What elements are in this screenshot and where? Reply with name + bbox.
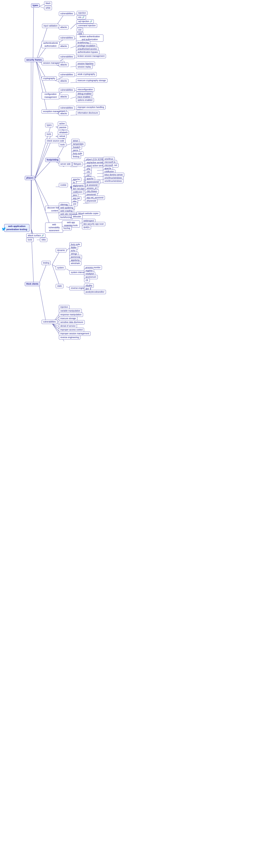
svg-line-116 — [39, 284, 46, 323]
auth-node: authentication&authorization — [42, 41, 60, 48]
thick-clients-node: thick clients — [25, 282, 40, 286]
exc-vuln-node: vulnerabilities — [59, 106, 75, 110]
svg-line-53 — [35, 179, 51, 227]
crypto-vuln-node: vulnerabilities — [59, 72, 75, 77]
phases-node: phases — [25, 176, 35, 180]
tc-variable-node: variable manipulation — [59, 309, 82, 313]
iv-attacks-node: attacks — [59, 25, 68, 29]
crypto-attacks-node: attacks — [59, 79, 68, 83]
static-node: static — [56, 284, 64, 288]
xss-node: xss 🔗 — [77, 15, 86, 19]
auth-bypass-node: authentication bypass — [76, 50, 99, 54]
cryptography-node: cryptography — [42, 76, 57, 81]
whatweb-node: whatweb — [58, 130, 69, 135]
svg-line-117 — [52, 251, 60, 265]
javabytecodeanditor-node: javabytecodeanditor — [84, 290, 106, 294]
types-node: types — [31, 3, 39, 7]
tc-insecure-node: insecure storage — [59, 316, 77, 320]
improper-exc-node: improper exception handling — [76, 105, 105, 110]
tc-dos-node: denial of service — [59, 324, 77, 328]
sm-attacks-node: attacks — [59, 63, 68, 67]
twitter-icon — [2, 227, 6, 231]
recon-types-node: types — [45, 123, 53, 127]
dh-xml-node: xml — [71, 202, 78, 206]
system-node: system — [56, 266, 65, 270]
aa-vuln-node: vulnerabilities — [59, 36, 75, 40]
cookie-phpsessid-node: phpsessid — [85, 199, 98, 203]
sql-injection-node: sql injection 🔗 — [77, 19, 94, 24]
broken-session-node: broken session management — [76, 54, 106, 58]
weak-crypto-node: weak cryptography — [76, 72, 97, 76]
nikto-node: nikto — [40, 238, 47, 242]
connection-lines — [0, 0, 264, 868]
tools-main-node: tools — [26, 238, 34, 242]
tc-rev-eng-node: reverse engineering — [59, 335, 80, 340]
xxe-node: xxe — [77, 28, 83, 32]
fuzzlog-node: fuzzlog — [62, 226, 72, 230]
svg-line-51 — [35, 161, 51, 179]
exc-attacks-node: attacks — [59, 112, 68, 116]
svg-line-13 — [36, 61, 47, 113]
info-disclosure-node: information disclosure — [76, 111, 99, 115]
attack-surface-node: attack surface 🔗 — [26, 234, 45, 238]
svg-line-0 — [31, 6, 34, 229]
input-validation-node: input validation — [42, 24, 59, 28]
options-enabled-node: options enabled — [76, 98, 94, 102]
injection-node: injection — [77, 11, 88, 15]
tc-vulnerabilities-node: vulnerabilities — [42, 320, 57, 324]
check-source-code-node: check source code — [45, 139, 66, 143]
tc-sensitive-node: sensitive data disclosure — [59, 320, 85, 324]
tc-improper-access-node: improper access control — [59, 328, 84, 332]
command-injection-node: command injection — [77, 24, 97, 28]
root-node: web application penetration testing — [4, 224, 29, 232]
netcat-node: netcat — [58, 134, 66, 138]
root-label: web application penetration testing — [6, 225, 27, 230]
svg-line-52 — [35, 179, 51, 210]
clir-node: clir — [84, 278, 90, 282]
white-node: white — [44, 6, 52, 10]
server-side-node: server side — [59, 162, 72, 166]
firebug-node: firebug — [71, 155, 81, 159]
iv-vulnerabilities-node: vulnerabilities — [59, 11, 75, 16]
cfg-attacks-node: attacks — [59, 95, 68, 99]
footprinting-node: footprinting — [45, 158, 60, 162]
wireshark-node: wireshark — [69, 261, 81, 266]
black-node: black — [44, 1, 52, 5]
testing-node: testing — [42, 261, 51, 265]
filetypes-node: filetypes — [72, 162, 83, 166]
insecure-crypto-node: insecure cryptography storage — [76, 79, 107, 83]
aa-attacks-node: attacks — [59, 44, 68, 49]
active-node: active — [58, 122, 66, 126]
tc-response-node: response manipulation — [59, 313, 83, 317]
dirbuster-node: dirbuster — [71, 215, 82, 219]
fp-tools-node: tools — [59, 143, 66, 147]
tc-injection-node: injection — [59, 305, 70, 309]
misconfiguration-node: misconfiguration — [76, 88, 94, 92]
security-frames-node: security frames — [25, 58, 43, 62]
tc-improper-session-node: improper session management — [59, 332, 91, 336]
config-mgmt-node: configurationmanagement — [42, 92, 60, 99]
web-vuln-assess-node: web vulnerabilityassesment — [45, 223, 63, 233]
mind-map: web application penetration testing type… — [0, 0, 264, 868]
bruteforcing-dh-node: burteforcing — [59, 215, 73, 219]
qualys-node: qualys — [82, 225, 91, 229]
cfg-vuln-node: vulnerabilities — [59, 88, 75, 92]
cookie-node: cookie — [59, 183, 68, 187]
svg-line-115 — [39, 265, 46, 284]
dynamic-node: dynamic — [56, 248, 66, 252]
passive-node: passive — [58, 125, 68, 130]
recon-tools-node: tools — [45, 132, 53, 136]
sm-vuln-node: vulnerabilities — [59, 55, 75, 59]
session-replay-node: session replay — [76, 65, 93, 69]
unix-linux-win-node: unix/linux/windows — [103, 179, 123, 183]
